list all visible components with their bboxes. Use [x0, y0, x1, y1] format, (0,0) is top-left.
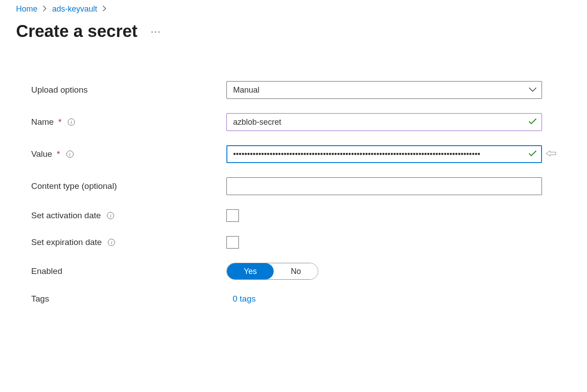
row-content-type: Content type (optional)	[31, 177, 560, 195]
create-secret-form: Upload options Manual Name * i Value * i	[16, 81, 560, 304]
label-value: Value * i	[31, 149, 226, 159]
tags-control: 0 tags	[226, 294, 256, 304]
label-upload-options: Upload options	[31, 85, 226, 95]
row-tags: Tags 0 tags	[31, 294, 560, 304]
upload-options-select[interactable]: Manual	[226, 81, 542, 99]
label-content-type: Content type (optional)	[31, 181, 226, 191]
content-type-control	[226, 177, 542, 195]
enabled-yes-button[interactable]: Yes	[227, 263, 274, 279]
upload-options-value: Manual	[233, 86, 259, 95]
row-expiration: Set expiration date i	[31, 236, 560, 249]
name-control	[226, 113, 542, 131]
required-indicator: *	[58, 117, 62, 127]
row-upload-options: Upload options Manual	[31, 81, 560, 99]
info-icon[interactable]: i	[66, 151, 74, 158]
value-input[interactable]	[226, 145, 542, 163]
row-enabled: Enabled Yes No	[31, 263, 560, 280]
page-title: Create a secret	[16, 22, 138, 41]
name-input[interactable]	[226, 113, 542, 131]
page-title-row: Create a secret ···	[16, 22, 587, 41]
cursor-arrow-icon	[546, 150, 556, 159]
enabled-control: Yes No	[226, 263, 318, 280]
info-icon[interactable]: i	[108, 239, 115, 246]
breadcrumb-home[interactable]: Home	[16, 4, 37, 14]
breadcrumb-vault[interactable]: ads-keyvault	[52, 4, 97, 14]
more-icon[interactable]: ···	[151, 26, 161, 37]
row-activation: Set activation date i	[31, 209, 560, 222]
chevron-right-icon	[43, 5, 47, 13]
label-name: Name * i	[31, 117, 226, 127]
tags-link[interactable]: 0 tags	[226, 294, 256, 303]
row-name: Name * i	[31, 113, 560, 131]
row-value: Value * i	[31, 145, 560, 163]
info-icon[interactable]: i	[68, 118, 75, 126]
enabled-no-button[interactable]: No	[274, 263, 318, 279]
required-indicator: *	[57, 149, 60, 159]
expiration-checkbox[interactable]	[226, 236, 239, 249]
label-activation: Set activation date i	[31, 211, 226, 220]
content-type-input[interactable]	[226, 177, 542, 195]
info-icon[interactable]: i	[107, 212, 114, 219]
value-control	[226, 145, 542, 163]
activation-control	[226, 209, 239, 222]
label-expiration: Set expiration date i	[31, 237, 226, 247]
label-enabled: Enabled	[31, 266, 226, 276]
expiration-control	[226, 236, 239, 249]
upload-options-control: Manual	[226, 81, 542, 99]
label-tags: Tags	[31, 294, 226, 304]
enabled-toggle: Yes No	[226, 263, 318, 280]
activation-checkbox[interactable]	[226, 209, 239, 222]
breadcrumb: Home ads-keyvault	[16, 4, 587, 14]
chevron-right-icon	[103, 5, 107, 13]
